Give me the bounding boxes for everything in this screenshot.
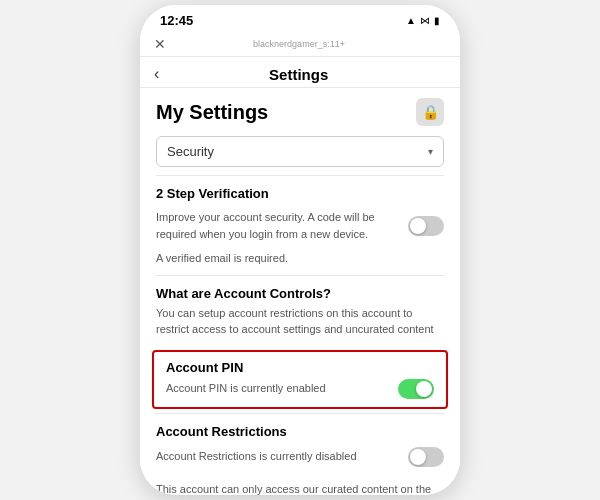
- nav-bar: ✕ blacknerdgamer_s:11+: [140, 32, 460, 57]
- two-step-description: Improve your account security. A code wi…: [156, 209, 400, 242]
- category-dropdown[interactable]: Security ▾: [156, 136, 444, 167]
- account-controls-section: What are Account Controls? You can setup…: [140, 276, 460, 346]
- account-restrictions-description: Account Restrictions is currently disabl…: [156, 448, 400, 465]
- account-restrictions-info: This account can only access our curated…: [140, 473, 460, 496]
- account-pin-toggle-row: Account PIN is currently enabled: [154, 377, 446, 407]
- settings-header: ‹ Settings: [140, 57, 460, 88]
- settings-content: My Settings 🔒 Security ▾ 2 Step Verifica…: [140, 88, 460, 495]
- lock-icon[interactable]: 🔒: [416, 98, 444, 126]
- account-restrictions-toggle-row: Account Restrictions is currently disabl…: [140, 441, 460, 473]
- verified-email-notice: A verified email is required.: [140, 248, 460, 275]
- dropdown-selected: Security: [167, 144, 214, 159]
- account-controls-title: What are Account Controls?: [140, 276, 460, 303]
- two-step-toggle-row: Improve your account security. A code wi…: [140, 203, 460, 248]
- lock-icon-glyph: 🔒: [422, 104, 439, 120]
- back-button[interactable]: ‹: [154, 65, 159, 83]
- account-restrictions-toggle[interactable]: [408, 447, 444, 467]
- toggle-knob: [410, 218, 426, 234]
- phone-frame: 12:45 ▲ ⋈ ▮ ✕ blacknerdgamer_s:11+ ‹ Set…: [140, 5, 460, 495]
- url-display: blacknerdgamer_s:11+: [253, 39, 345, 49]
- status-time: 12:45: [160, 13, 193, 28]
- page-title: Settings: [167, 66, 430, 83]
- toggle-knob-pin: [416, 381, 432, 397]
- account-pin-section: Account PIN Account PIN is currently ena…: [152, 350, 448, 409]
- status-icons: ▲ ⋈ ▮: [406, 15, 440, 26]
- two-step-toggle[interactable]: [408, 216, 444, 236]
- my-settings-row: My Settings 🔒: [140, 88, 460, 132]
- account-controls-desc: You can setup account restrictions on th…: [140, 303, 460, 346]
- battery-icon: ▮: [434, 15, 440, 26]
- account-pin-description: Account PIN is currently enabled: [166, 380, 390, 397]
- signal-icon: ▲: [406, 15, 416, 26]
- account-restrictions-section: Account Restrictions Account Restriction…: [140, 414, 460, 496]
- my-settings-title: My Settings: [156, 101, 268, 124]
- account-pin-toggle[interactable]: [398, 379, 434, 399]
- status-bar: 12:45 ▲ ⋈ ▮: [140, 5, 460, 32]
- close-button[interactable]: ✕: [154, 36, 166, 52]
- chevron-down-icon: ▾: [428, 146, 433, 157]
- account-pin-title: Account PIN: [154, 352, 446, 377]
- two-step-title: 2 Step Verification: [140, 176, 460, 203]
- toggle-knob-restrictions: [410, 449, 426, 465]
- two-step-section: 2 Step Verification Improve your account…: [140, 176, 460, 275]
- wifi-icon: ⋈: [420, 15, 430, 26]
- account-restrictions-title: Account Restrictions: [140, 414, 460, 441]
- dropdown-row: Security ▾: [140, 132, 460, 175]
